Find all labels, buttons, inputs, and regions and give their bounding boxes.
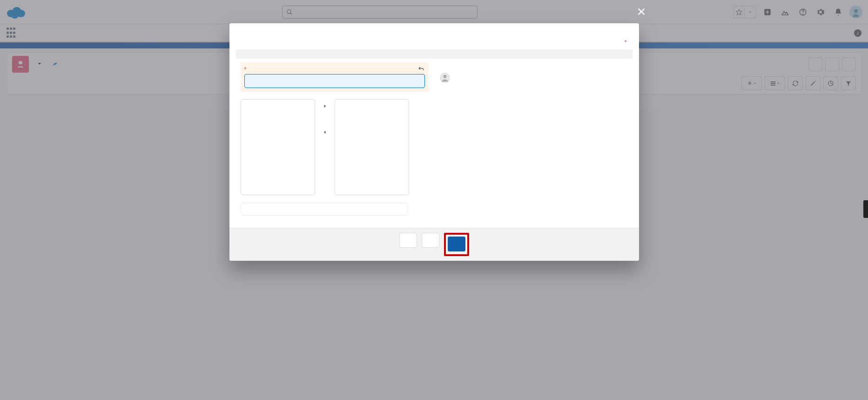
- cancel-button[interactable]: [399, 233, 417, 248]
- move-right-icon[interactable]: [320, 101, 330, 111]
- save-highlight: [444, 233, 469, 256]
- save-and-new-button[interactable]: [422, 233, 439, 248]
- move-left-icon[interactable]: [320, 127, 330, 137]
- required-note: *: [236, 37, 632, 49]
- employee-name-field: *: [241, 62, 429, 92]
- available-listbox[interactable]: [241, 99, 315, 195]
- modal-title: [229, 23, 639, 37]
- svg-point-19: [443, 75, 446, 78]
- employee-name-input[interactable]: [244, 74, 425, 88]
- multiselect-picklist: [241, 96, 429, 195]
- save-button[interactable]: [448, 237, 465, 251]
- side-panel-handle[interactable]: [863, 200, 868, 218]
- close-icon[interactable]: [636, 7, 646, 18]
- chosen-listbox[interactable]: [335, 99, 409, 195]
- new-employee-modal: * *: [229, 23, 639, 261]
- section-information: [236, 49, 632, 59]
- picklist-select[interactable]: [241, 203, 408, 216]
- modal-footer: [229, 228, 639, 261]
- undo-icon[interactable]: [417, 65, 425, 74]
- owner-value: [440, 73, 628, 83]
- owner-avatar-icon: [440, 73, 450, 83]
